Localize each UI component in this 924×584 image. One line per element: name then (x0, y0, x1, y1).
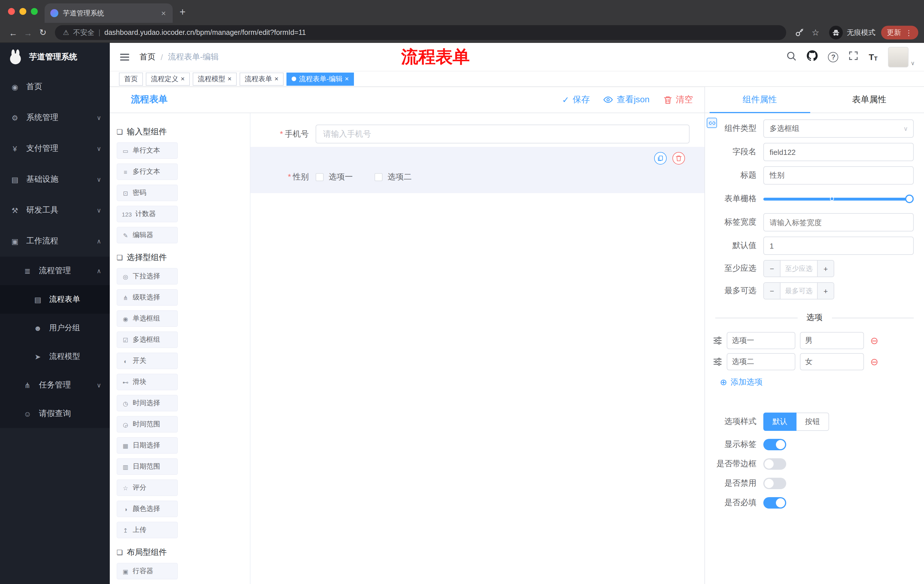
forward-button[interactable]: → (21, 28, 35, 38)
option-value-input[interactable] (800, 332, 864, 349)
palette-component[interactable]: ↥ 上传 (117, 522, 178, 538)
hamburger-icon[interactable] (119, 51, 130, 63)
fullscreen-icon[interactable] (849, 51, 858, 63)
gender-checkbox-option[interactable]: 选项一 (316, 172, 353, 182)
back-button[interactable]: ← (6, 28, 21, 38)
breadcrumb-home[interactable]: 首页 (140, 52, 155, 62)
tab-close-icon[interactable]: × (160, 8, 167, 18)
tag-close-icon[interactable]: × (345, 76, 349, 82)
toggle-switch[interactable] (763, 458, 786, 470)
link-icon[interactable] (707, 118, 717, 128)
new-tab-button[interactable]: + (180, 6, 186, 18)
sidebar-item[interactable]: ▤ 基础设施 ∨ (0, 164, 110, 195)
drag-handle-icon[interactable] (713, 336, 722, 345)
canvas-field-phone[interactable]: 手机号 请输入手机号 (259, 125, 690, 143)
browser-menu-icon[interactable]: ⋮ (905, 28, 912, 37)
field-name-input[interactable] (763, 143, 914, 161)
gender-checkbox-option[interactable]: 选项二 (375, 172, 412, 182)
update-button[interactable]: 更新 ⋮ (881, 26, 918, 39)
component-type-select[interactable]: 多选框组 ∨ (763, 119, 914, 138)
user-avatar[interactable] (888, 46, 908, 67)
tag-close-icon[interactable]: × (228, 76, 231, 82)
toggle-switch[interactable] (763, 478, 786, 489)
slider-handle[interactable] (905, 194, 914, 203)
palette-component[interactable]: ▦ 日期选择 (117, 437, 178, 454)
max-select-placeholder[interactable]: 最多可选 (780, 283, 817, 299)
close-window-button[interactable] (8, 8, 15, 15)
toggle-switch[interactable] (763, 497, 786, 508)
browser-tab[interactable]: 芋道管理系统 × (45, 3, 173, 23)
tag-close-icon[interactable]: × (274, 76, 279, 82)
palette-component[interactable]: ⊷ 滑块 (117, 374, 178, 390)
palette-component[interactable]: ◐ 开关 (117, 352, 178, 369)
sidebar-item[interactable]: ☻ 用户分组 (0, 314, 110, 342)
sidebar-item[interactable]: ☺ 请假查询 (0, 400, 110, 428)
sidebar-item[interactable]: ⚙ 系统管理 ∨ (0, 102, 110, 133)
increase-button[interactable]: + (817, 283, 834, 299)
tag-item[interactable]: 流程定义 × (146, 72, 190, 86)
form-canvas[interactable]: 手机号 请输入手机号 (251, 113, 705, 584)
palette-component[interactable]: ⊡ 密码 (117, 184, 178, 201)
minimize-window-button[interactable] (20, 8, 26, 15)
phone-input[interactable]: 请输入手机号 (316, 125, 690, 143)
password-key-icon[interactable] (794, 28, 804, 37)
copy-component-button[interactable] (654, 152, 667, 165)
palette-component[interactable]: ◉ 单选框组 (117, 310, 178, 327)
option-label-input[interactable] (727, 353, 795, 370)
github-icon[interactable] (807, 50, 818, 63)
clear-button[interactable]: 清空 (663, 94, 693, 105)
sidebar-item[interactable]: ▣ 工作流程 ∧ (0, 226, 110, 257)
sidebar-item[interactable]: ➤ 流程模型 (0, 342, 110, 371)
form-grid-slider[interactable] (763, 190, 914, 208)
tab-form-props[interactable]: 表单属性 (815, 87, 924, 113)
sidebar-item[interactable]: ▤ 流程表单 (0, 285, 110, 314)
address-bar[interactable]: ⚠ 不安全 | dashboard.yudao.iocoder.cn/bpm/m… (55, 25, 786, 40)
palette-component[interactable]: ▣ 行容器 (117, 563, 178, 579)
default-value-input[interactable] (763, 237, 914, 255)
style-default-button[interactable]: 默认 (763, 413, 797, 431)
bookmark-star-icon[interactable]: ☆ (812, 28, 819, 38)
tab-component-props[interactable]: 组件属性 (705, 87, 815, 113)
checkbox-icon[interactable] (375, 173, 383, 181)
tag-item[interactable]: 流程模型 × (193, 72, 237, 86)
canvas-field-gender-selected[interactable]: 性别 选项一 (251, 147, 705, 193)
drag-handle-icon[interactable] (713, 357, 722, 366)
palette-component[interactable]: 123 计数器 (117, 206, 178, 222)
tag-item[interactable]: 首页 × (119, 72, 143, 86)
font-size-icon[interactable]: TT (869, 52, 878, 62)
sidebar-item[interactable]: ⚒ 研发工具 ∨ (0, 195, 110, 226)
decrease-button[interactable]: − (764, 261, 780, 276)
help-icon[interactable]: ? (828, 52, 838, 62)
sidebar-item[interactable]: ◉ 首页 (0, 71, 110, 102)
tag-close-icon[interactable]: × (181, 76, 185, 82)
palette-component[interactable]: ✎ 编辑器 (117, 227, 178, 243)
palette-component[interactable]: ◶ 时间范围 (117, 416, 178, 433)
maximize-window-button[interactable] (31, 8, 38, 15)
add-option-button[interactable]: ⊕ 添加选项 (720, 377, 924, 387)
delete-component-button[interactable] (672, 152, 685, 165)
palette-component[interactable]: ▥ 日期范围 (117, 458, 178, 475)
palette-component[interactable]: ◑ 颜色选择 (117, 500, 178, 517)
checkbox-icon[interactable] (316, 173, 323, 181)
title-input[interactable] (763, 166, 914, 184)
sidebar-item[interactable]: ¥ 支付管理 ∨ (0, 133, 110, 164)
decrease-button[interactable]: − (764, 283, 780, 299)
toggle-switch[interactable] (763, 439, 786, 450)
palette-component[interactable]: ◎ 下拉选择 (117, 268, 178, 285)
sidebar-item[interactable]: ≣ 流程管理 ∧ (0, 257, 110, 285)
palette-component[interactable]: ☆ 评分 (117, 479, 178, 496)
palette-component[interactable]: ▭ 单行文本 (117, 142, 178, 159)
palette-component[interactable]: ⋔ 级联选择 (117, 289, 178, 306)
save-button[interactable]: ✓ 保存 (562, 94, 590, 105)
tag-item[interactable]: 流程表单 × (239, 72, 284, 86)
sidebar-item[interactable]: ⋔ 任务管理 ∨ (0, 371, 110, 400)
palette-component[interactable]: ≡ 多行文本 (117, 163, 178, 180)
remove-option-icon[interactable]: ⊖ (870, 357, 879, 367)
remove-option-icon[interactable]: ⊖ (870, 336, 879, 345)
view-json-button[interactable]: 查看json (604, 94, 650, 105)
tag-item[interactable]: 流程表单-编辑 × (287, 72, 354, 86)
palette-component[interactable]: ◷ 时间选择 (117, 395, 178, 411)
increase-button[interactable]: + (817, 261, 834, 276)
label-width-input[interactable] (763, 213, 914, 232)
reload-button[interactable]: ↻ (35, 28, 50, 38)
